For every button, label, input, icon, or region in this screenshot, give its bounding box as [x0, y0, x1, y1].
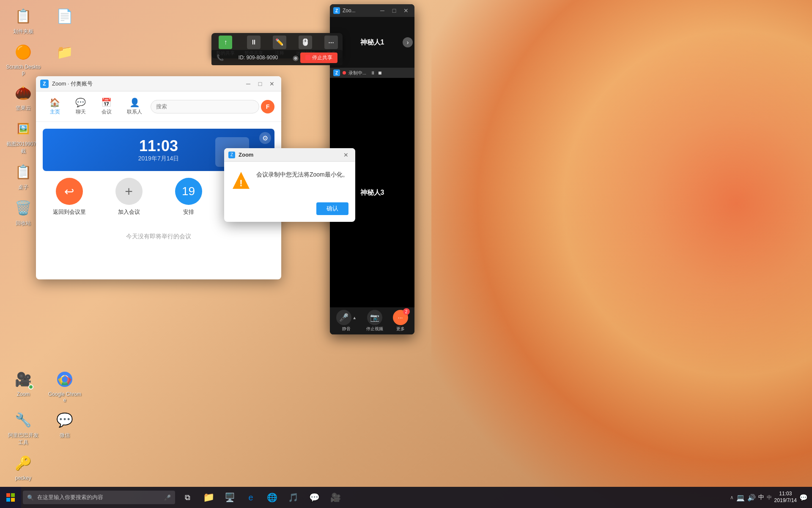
close-button[interactable]: ✕ [267, 79, 277, 89]
dialog-titlebar: Z Zoom ✕ [224, 148, 355, 162]
nav-chat[interactable]: 💬 聊天 [69, 95, 93, 118]
mic-arrow[interactable]: ▲ [352, 315, 357, 320]
ie-icon: 🌐 [267, 492, 277, 502]
taskbar-zoom-running[interactable]: 🎥 [325, 487, 346, 508]
nav-home[interactable]: 🏠 主页 [43, 95, 67, 118]
dialog-ok-button[interactable]: 确认 [316, 202, 348, 215]
nav-meeting[interactable]: 📅 会议 [94, 95, 118, 118]
chat-icon: 💬 [75, 97, 86, 108]
meeting-toolbar: 🎤 ▲ 静音 📷 停止视频 ··· 2 更多 [330, 307, 414, 334]
join-meeting-button[interactable]: + 加入会议 [102, 178, 155, 216]
desktop-icon-wechat[interactable]: 💬 微信 [46, 408, 84, 448]
taskbar-edge[interactable]: e [240, 487, 261, 508]
annotate-icon: ✏️ [273, 36, 286, 49]
taskbar-clock[interactable]: 11:03 2019/7/14 [774, 491, 797, 504]
contacts-icon: 👤 [129, 97, 140, 108]
participant1-label: 神秘人1 [360, 38, 384, 47]
meeting-id-text: ID: 909-808-9090 [239, 55, 278, 61]
desktop-icon-peckey[interactable]: 🔑 peckey [4, 451, 42, 483]
taskbar-desktop-switch[interactable]: 🖥️ [219, 487, 240, 508]
mute-label: 静音 [342, 326, 351, 332]
taskbar: 🔍 在这里输入你要搜索的内容 🎤 ⧉ 📁 🖥️ e 🌐 🎵 💬 🎥 [0, 487, 812, 508]
cortana-icon: 🔍 [27, 494, 34, 501]
desktop-icon-label: peckey [15, 475, 31, 481]
schedule-icon: 19 [175, 178, 202, 205]
stop-rec-icon[interactable]: ⏹ [378, 70, 382, 75]
wechat-taskbar-icon: 💬 [309, 492, 320, 502]
zoom-search-input[interactable] [151, 100, 259, 113]
svg-rect-8 [11, 498, 15, 502]
taskbar-music[interactable]: 🎵 [283, 487, 304, 508]
more-meeting-button[interactable]: ··· 2 更多 [393, 310, 408, 332]
desktop: 📋 划件夹板 📄 🟠 Scratch Desktop 📁 🌰 坚果云 📝 新建文… [0, 0, 812, 508]
maximize-button[interactable]: □ [255, 79, 265, 89]
desktop-icon-chrome[interactable]: Google Chrome [46, 367, 84, 405]
dialog-body: ! 会议录制中您无法将Zoom最小化。 [224, 162, 355, 199]
stop-video-label: 停止视频 [366, 326, 383, 332]
meeting-minimize-button[interactable]: ─ [377, 6, 387, 16]
stop-video-button[interactable]: 📷 停止视频 [366, 310, 383, 332]
desktop-icon-zoom[interactable]: 🎥 Zoom [4, 367, 42, 405]
desktop-icon-label: Zoom [17, 391, 30, 397]
meeting-maximize-button[interactable]: □ [389, 6, 399, 16]
recording-text: 录制中... [348, 70, 366, 76]
taskbar-ie[interactable]: 🌐 [261, 487, 283, 508]
stop-share-label: 停止共享 [312, 54, 332, 61]
svg-text:!: ! [239, 178, 242, 188]
wallpaper-flower [431, 0, 812, 508]
meeting-id-bar: 📞 ID: 909-808-9090 ◉ 停止共享 [211, 50, 343, 65]
taskbar-explorer[interactable]: 📁 [198, 487, 219, 508]
nav-chat-label: 聊天 [76, 108, 86, 116]
taskbar-search[interactable]: 🔍 在这里输入你要搜索的内容 🎤 [23, 491, 175, 504]
new-share-icon: ↑ [219, 36, 232, 49]
tray-keyboard[interactable]: 中 [758, 494, 764, 501]
explorer-icon: 📁 [203, 492, 214, 503]
participant1-section: 神秘人1 › [330, 17, 414, 68]
music-icon: 🎵 [288, 492, 299, 502]
desktop-icon-scratch[interactable]: 📋 划件夹板 [4, 4, 42, 37]
desktop-switch-icon: 🖥️ [225, 492, 235, 502]
next-participant-button[interactable]: › [403, 37, 413, 47]
window-controls: ─ □ ✕ [243, 79, 277, 89]
join-meeting-icon: + [115, 178, 143, 205]
zoom-nav: 🏠 主页 💬 聊天 📅 会议 👤 联系人 F [36, 91, 281, 122]
recording-bar: Z 录制中... ⏸ ⏹ [330, 68, 414, 78]
tray-sound[interactable]: 🔊 [747, 494, 756, 502]
taskbar-time-display: 11:03 [774, 491, 797, 497]
no-meeting-text: 今天没有即将举行的会议 [43, 224, 274, 249]
schedule-button[interactable]: 19 安排 [162, 178, 215, 216]
meeting-window-controls: ─ □ ✕ [377, 6, 411, 16]
desktop-icon-doc[interactable]: 📄 [46, 4, 84, 37]
task-view-button[interactable]: ⧉ [177, 487, 198, 508]
desktop-icon-folder[interactable]: 📁 [46, 40, 84, 77]
tray-expand[interactable]: ∧ [730, 494, 734, 500]
desktop-icon-alibaba[interactable]: 🔧 阿里巴巴开发工具 [4, 408, 42, 448]
desktop-icon-label: 桌子 [18, 184, 28, 191]
more-badge: 2 [403, 308, 410, 315]
tray-network[interactable]: 💻 [736, 494, 745, 502]
taskbar-search-text: 在这里输入你要搜索的内容 [37, 494, 103, 501]
return-meeting-button[interactable]: ↩ 返回到会议里 [43, 178, 96, 216]
notification-icon[interactable]: 💬 [799, 494, 808, 502]
minimize-button[interactable]: ─ [243, 79, 253, 89]
svg-rect-6 [11, 493, 15, 497]
tray-ime[interactable]: 中 [767, 494, 772, 501]
nav-contacts[interactable]: 👤 联系人 [120, 95, 149, 118]
zoom-dialog: Z Zoom ✕ ! 会议录制中您无法将Zoom最小化。 确认 [224, 148, 355, 222]
settings-button[interactable]: ⚙ [259, 132, 271, 144]
taskbar-wechat[interactable]: 💬 [304, 487, 325, 508]
start-button[interactable] [0, 487, 21, 508]
pause-rec-icon[interactable]: ⏸ [370, 70, 375, 75]
stop-share-button[interactable]: 停止共享 [300, 52, 337, 63]
desktop-icon-scratch-desktop[interactable]: 🟠 Scratch Desktop [4, 40, 42, 77]
dialog-close-button[interactable]: ✕ [341, 150, 351, 160]
meeting-close-button[interactable]: ✕ [401, 6, 411, 16]
mute-button[interactable]: 🎤 ▲ 静音 [336, 310, 357, 332]
pause-share-icon: ⏸ [247, 36, 261, 49]
zoom-meeting-logo: Z [333, 7, 340, 14]
return-meeting-label: 返回到会议里 [53, 208, 86, 216]
home-icon: 🏠 [49, 97, 60, 108]
more-meeting-label: 更多 [396, 326, 405, 332]
warning-icon: ! [231, 170, 251, 190]
dialog-message: 会议录制中您无法将Zoom最小化。 [256, 170, 348, 179]
